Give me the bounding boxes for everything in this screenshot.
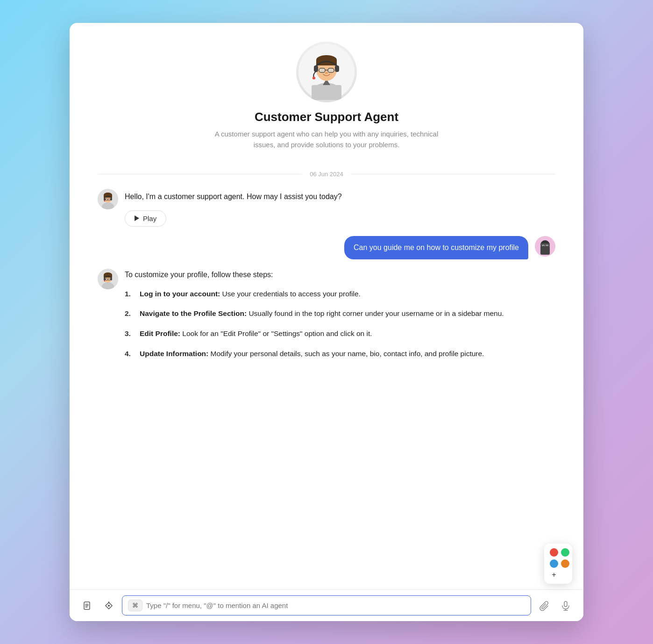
step-number-4: 4. (125, 348, 134, 360)
chat-area: Customer Support Agent A customer suppor… (70, 23, 583, 589)
agent-response-row: To customize your profile, follow these … (98, 269, 555, 368)
attachment-icon-button[interactable] (536, 597, 553, 614)
play-button[interactable]: Play (125, 210, 166, 227)
svg-rect-13 (335, 65, 339, 72)
message-content-1: Hello, I'm a customer support agent. How… (125, 189, 342, 227)
agent-response-content: To customize your profile, follow these … (125, 269, 504, 368)
svg-rect-2 (312, 85, 341, 100)
step-bold-2: Navigate to the Profile Section: (140, 309, 247, 317)
input-wrapper: ⌘ (122, 595, 531, 615)
chat-window: Customer Support Agent A customer suppor… (70, 23, 583, 621)
svg-rect-34 (540, 246, 550, 250)
step-number-3: 3. (125, 328, 134, 340)
dot-orange (561, 559, 569, 568)
svg-rect-42 (110, 278, 112, 280)
message-row: Hello, I'm a customer support agent. How… (98, 189, 555, 227)
svg-point-49 (108, 605, 110, 607)
agent-response-intro: To customize your profile, follow these … (125, 269, 504, 281)
play-icon (135, 215, 139, 221)
agent-description: A customer support agent who can help yo… (205, 129, 448, 150)
svg-point-15 (325, 72, 328, 74)
step-rest-3: Look for an "Edit Profile" or "Settings"… (180, 329, 372, 337)
avatar-agent-2 (98, 269, 118, 289)
dot-plus-icon[interactable]: + (550, 571, 558, 579)
svg-rect-41 (104, 278, 106, 280)
step-text-2: Navigate to the Profile Section: Usually… (140, 308, 504, 320)
svg-rect-29 (540, 243, 550, 246)
user-message-1: Can you guide me on how to customize my … (344, 236, 528, 259)
step-bold-3: Edit Profile: (140, 329, 180, 337)
dot-menu[interactable]: + (544, 544, 572, 584)
svg-rect-23 (110, 198, 112, 200)
dot-green (561, 548, 569, 557)
step-item-1: 1. Log in to your account: Use your cred… (125, 288, 504, 300)
user-message-content: Can you guide me on how to customize my … (344, 236, 528, 259)
svg-rect-6 (316, 60, 337, 65)
dot-red (550, 548, 558, 557)
steps-list: 1. Log in to your account: Use your cred… (125, 288, 504, 360)
step-bold-4: Update Information: (140, 350, 208, 358)
step-rest-4: Modify your personal details, such as yo… (208, 350, 484, 358)
svg-rect-51 (564, 601, 567, 607)
play-label: Play (143, 215, 156, 222)
svg-rect-11 (328, 69, 334, 72)
step-number-1: 1. (125, 288, 134, 300)
step-item-3: 3. Edit Profile: Look for an "Edit Profi… (125, 328, 504, 340)
step-rest-2: Usually found in the top right corner un… (247, 309, 504, 317)
cmd-symbol: ⌘ (132, 602, 138, 609)
step-item-4: 4. Update Information: Modify your perso… (125, 348, 504, 360)
svg-rect-10 (319, 69, 325, 72)
avatar-agent-1 (98, 189, 118, 209)
svg-rect-22 (104, 198, 106, 200)
message-input[interactable] (146, 601, 525, 609)
step-number-2: 2. (125, 308, 134, 320)
date-divider: 06 Jun 2024 (98, 171, 555, 178)
user-message-row: Can you guide me on how to customize my … (98, 236, 555, 259)
pen-tool-icon-button[interactable] (100, 597, 117, 614)
step-text-1: Log in to your account: Use your credent… (140, 288, 361, 300)
step-rest-1: Use your credentials to access your prof… (220, 290, 361, 298)
step-item-2: 2. Navigate to the Profile Section: Usua… (125, 308, 504, 320)
svg-point-14 (312, 77, 315, 79)
dot-blue (550, 559, 558, 568)
agent-title: Customer Support Agent (255, 110, 398, 124)
step-bold-1: Log in to your account: (140, 290, 220, 298)
microphone-icon-button[interactable] (557, 597, 574, 614)
avatar-user-1 (535, 236, 555, 257)
step-text-3: Edit Profile: Look for an "Edit Profile"… (140, 328, 372, 340)
cmd-badge: ⌘ (128, 600, 142, 611)
step-text-4: Update Information: Modify your personal… (140, 348, 484, 360)
svg-point-32 (543, 245, 544, 246)
agent-message-1: Hello, I'm a customer support agent. How… (125, 189, 342, 205)
input-bar: ⌘ (70, 589, 583, 621)
agent-header: Customer Support Agent A customer suppor… (98, 23, 555, 159)
agent-avatar-large (296, 42, 357, 102)
document-icon-button[interactable] (79, 597, 96, 614)
svg-point-33 (547, 245, 547, 246)
date-text: 06 Jun 2024 (302, 171, 351, 178)
